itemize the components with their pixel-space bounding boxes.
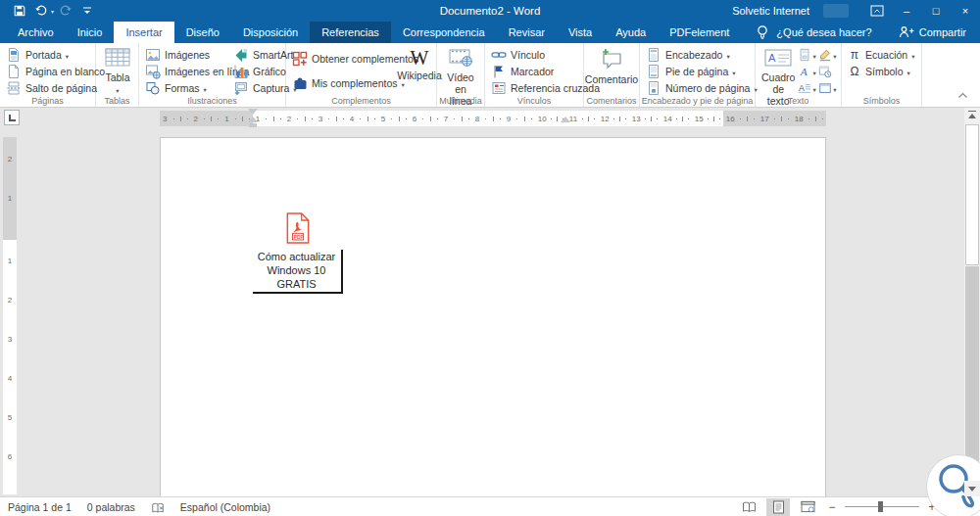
tab-pdfelement[interactable]: PDFelement bbox=[658, 22, 741, 43]
language-indicator[interactable]: Español (Colombia) bbox=[180, 501, 270, 513]
web-layout-button[interactable] bbox=[796, 498, 819, 516]
print-layout-button[interactable] bbox=[766, 498, 790, 516]
numero-de-pagina-button[interactable]: Número de página bbox=[644, 79, 752, 96]
word-window: ▾ Documento2 - Word Solvetic Internet – … bbox=[0, 0, 980, 516]
group-caption-encabezado-pie: Encabezado y pie de página bbox=[640, 96, 755, 106]
smartart-button[interactable]: SmartArt bbox=[231, 46, 286, 63]
page-number-icon bbox=[646, 80, 662, 96]
tab-inicio[interactable]: Inicio bbox=[66, 22, 115, 43]
marcador-button[interactable]: Marcador bbox=[489, 63, 580, 79]
left-indent-marker[interactable] bbox=[249, 123, 257, 127]
online-video-icon bbox=[448, 48, 473, 70]
document-canvas: 21123456 PDF Cómo actualizar Windows 10 … bbox=[0, 108, 964, 496]
right-indent-marker[interactable] bbox=[561, 117, 570, 122]
collapse-ribbon-icon[interactable] bbox=[957, 85, 968, 103]
status-bar: Página 1 de 1 0 palabras Español (Colomb… bbox=[0, 496, 980, 516]
zoom-slider-thumb[interactable] bbox=[878, 501, 883, 512]
scrollbar-track[interactable] bbox=[965, 266, 979, 480]
tab-revisar[interactable]: Revisar bbox=[497, 22, 557, 43]
tab-diseno[interactable]: Diseño bbox=[174, 22, 231, 43]
vertical-scrollbar[interactable] bbox=[964, 108, 980, 496]
tab-disposicion[interactable]: Disposición bbox=[231, 22, 310, 43]
maximize-button[interactable]: □ bbox=[921, 0, 951, 22]
tab-correspondencia[interactable]: Correspondencia bbox=[391, 22, 497, 43]
screenshot-icon bbox=[233, 80, 249, 96]
tab-ayuda[interactable]: Ayuda bbox=[604, 22, 658, 43]
ecuacion-button[interactable]: π Ecuación bbox=[846, 46, 918, 63]
ribbon-display-options-icon[interactable] bbox=[862, 0, 892, 22]
encabezado-label: Encabezado bbox=[665, 49, 722, 61]
embedded-pdf-object[interactable]: PDF Cómo actualizar Windows 10 GRATIS bbox=[253, 212, 343, 294]
video-en-linea-button[interactable]: Vídeo en línea bbox=[441, 46, 480, 95]
imagenes-en-linea-button[interactable]: Imágenes en línea bbox=[143, 63, 231, 79]
objeto-button[interactable] bbox=[817, 79, 838, 95]
encabezado-button[interactable]: Encabezado bbox=[644, 46, 752, 63]
read-mode-button[interactable] bbox=[737, 498, 760, 516]
wordart-button[interactable]: A bbox=[797, 63, 817, 78]
ruler-mark: 18 bbox=[792, 111, 826, 126]
ruler-mark: 4 bbox=[347, 111, 378, 126]
group-ilustraciones: Imágenes Imágenes en línea Formas bbox=[139, 43, 286, 107]
pagina-en-blanco-button[interactable]: Página en blanco bbox=[4, 63, 92, 79]
referencia-cruzada-button[interactable]: Referencia cruzada bbox=[489, 79, 580, 96]
first-line-indent-marker[interactable] bbox=[248, 109, 258, 115]
proofing-icon[interactable] bbox=[151, 500, 165, 514]
ruler-mark: 9 bbox=[504, 111, 535, 126]
tell-me-search[interactable]: ¿Qué desea hacer? bbox=[755, 22, 871, 43]
letra-capital-button[interactable]: A bbox=[797, 79, 817, 95]
vruler-mark: 1 bbox=[3, 194, 17, 203]
undo-icon[interactable] bbox=[31, 2, 51, 20]
linea-de-firma-button[interactable] bbox=[817, 46, 838, 62]
close-button[interactable]: × bbox=[951, 0, 980, 22]
formas-button[interactable]: Formas bbox=[143, 79, 231, 96]
vinculo-label: Vínculo bbox=[511, 49, 545, 61]
scroll-down-button[interactable] bbox=[964, 481, 980, 496]
fecha-y-hora-button[interactable] bbox=[817, 63, 838, 78]
ribbon-tab-row: ArchivoInicioInsertarDiseñoDisposiciónRe… bbox=[0, 22, 980, 43]
zoom-out-button[interactable]: − bbox=[825, 500, 839, 514]
imagenes-button[interactable]: Imágenes bbox=[143, 46, 231, 63]
page-indicator[interactable]: Página 1 de 1 bbox=[8, 501, 72, 513]
table-icon bbox=[105, 48, 130, 70]
equation-pi-icon: π bbox=[848, 48, 861, 62]
elementos-rapidos-button[interactable] bbox=[797, 46, 817, 62]
captura-button[interactable]: Captura bbox=[231, 79, 286, 96]
obtener-complementos-button[interactable]: Obtener complementos bbox=[290, 50, 400, 67]
tab-selector[interactable] bbox=[4, 110, 20, 125]
minimize-button[interactable]: – bbox=[892, 0, 921, 22]
tab-vista[interactable]: Vista bbox=[557, 22, 604, 43]
portada-button[interactable]: Portada bbox=[4, 46, 92, 63]
tab-archivo[interactable]: Archivo bbox=[6, 22, 66, 43]
tab-referencias[interactable]: Referencias bbox=[310, 22, 391, 43]
account-avatar[interactable] bbox=[823, 4, 849, 18]
document-page[interactable]: PDF Cómo actualizar Windows 10 GRATIS bbox=[160, 137, 826, 496]
comentario-button[interactable]: Comentario bbox=[588, 46, 635, 95]
tab-insertar[interactable]: Insertar bbox=[114, 22, 173, 43]
salto-de-pagina-button[interactable]: Salto de página bbox=[4, 79, 92, 96]
mis-complementos-button[interactable]: Mis complementos bbox=[290, 74, 400, 91]
undo-dropdown-icon[interactable]: ▾ bbox=[51, 8, 54, 15]
simbolo-button[interactable]: Ω Símbolo bbox=[846, 63, 918, 79]
scrollbar-thumb[interactable] bbox=[965, 124, 979, 265]
smartart-icon bbox=[233, 47, 249, 63]
tabla-button[interactable]: Tabla bbox=[100, 46, 135, 95]
customize-qat-icon[interactable] bbox=[77, 2, 97, 20]
scroll-up-button[interactable] bbox=[964, 108, 980, 123]
picture-icon bbox=[145, 47, 161, 63]
hanging-indent-marker[interactable] bbox=[248, 117, 258, 122]
zoom-slider[interactable] bbox=[845, 506, 919, 507]
grafico-button[interactable]: Gráfico bbox=[231, 63, 286, 79]
signature-line-icon bbox=[818, 47, 832, 61]
cuadro-de-texto-button[interactable]: A Cuadro de texto bbox=[760, 46, 797, 95]
account-name[interactable]: Solvetic Internet bbox=[732, 5, 809, 17]
share-button[interactable]: Compartir bbox=[899, 22, 980, 43]
word-count[interactable]: 0 palabras bbox=[87, 501, 135, 513]
wikipedia-button[interactable]: W Wikipedia bbox=[400, 46, 439, 95]
embedded-object-caption[interactable]: Cómo actualizar Windows 10 GRATIS bbox=[253, 250, 343, 294]
vruler-mark: 2 bbox=[3, 155, 17, 164]
pie-de-pagina-button[interactable]: Pie de página bbox=[644, 63, 752, 79]
ribbon: Portada Página en blanco Salto de página… bbox=[0, 43, 980, 108]
vinculo-button[interactable]: Vínculo bbox=[489, 46, 580, 63]
save-icon[interactable] bbox=[10, 2, 29, 20]
quick-parts-icon bbox=[798, 47, 811, 61]
